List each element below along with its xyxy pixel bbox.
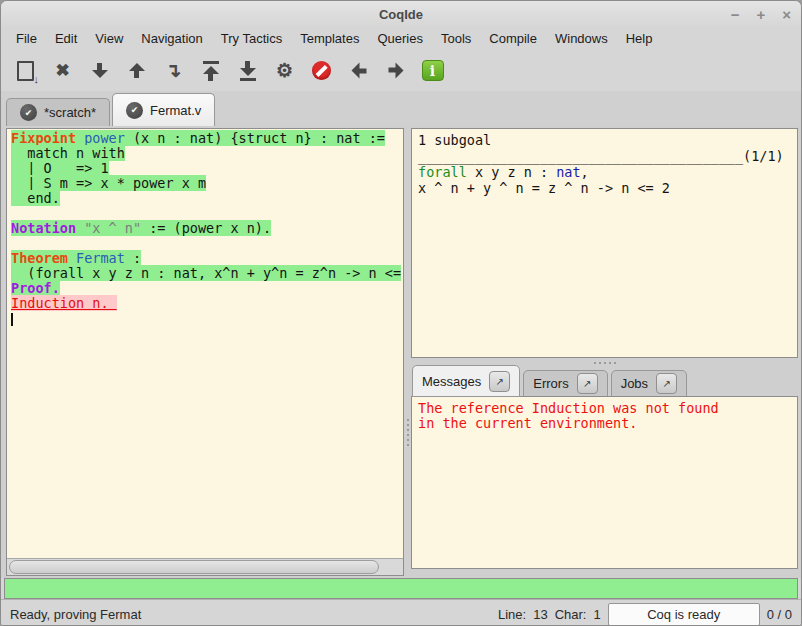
goto-cursor-button[interactable]: ↴ [155, 54, 192, 88]
subgoal-header: 1 subgoal [418, 132, 791, 148]
arrow-down-icon [92, 62, 108, 79]
arrow-right-icon [387, 63, 404, 79]
previous-occurrence-button[interactable] [340, 54, 377, 88]
char-label: Char: [555, 607, 587, 622]
tab-label: Errors [533, 376, 568, 391]
line-value: 13 [533, 607, 547, 622]
subgoal-separator: ________________________________________… [418, 148, 791, 164]
go-to-end-button[interactable] [229, 54, 266, 88]
restart-button[interactable] [192, 54, 229, 88]
tab-scratch[interactable]: ✔ *scratch* [6, 98, 110, 126]
about-button[interactable]: i [414, 54, 451, 88]
script-editor[interactable]: Fixpoint power (x n : nat) {struct n} : … [7, 129, 403, 558]
tab-jobs[interactable]: Jobs↗ [611, 370, 687, 397]
worker-ratio: 0 / 0 [767, 607, 792, 622]
editor-line: Proof. [11, 281, 403, 296]
editor-line [11, 236, 403, 251]
minimize-icon[interactable]: − [731, 7, 740, 22]
maximize-icon[interactable]: + [756, 7, 765, 22]
menu-item-edit[interactable]: Edit [46, 29, 86, 48]
menu-item-try-tactics[interactable]: Try Tactics [212, 29, 291, 48]
goto-cursor-icon: ↴ [166, 61, 182, 80]
status-text: Ready, proving Fermat [10, 607, 498, 622]
message-tabs: Messages↗Errors↗Jobs↗ [411, 367, 798, 397]
detach-button[interactable]: ↗ [656, 373, 677, 394]
editor-line [11, 311, 403, 326]
stop-icon [312, 61, 331, 80]
menu-item-templates[interactable]: Templates [291, 29, 368, 48]
cross-icon: ✖ [55, 62, 69, 79]
script-editor-frame: Fixpoint power (x n : nat) {struct n} : … [6, 128, 404, 576]
toolbar: ↓✖↴⚙i [1, 50, 801, 91]
status-bar: Ready, proving Fermat Line: 13 Char: 1 C… [1, 599, 801, 626]
tab-label: Fermat.v [150, 103, 201, 118]
info-icon: i [422, 60, 444, 81]
tab-fermat[interactable]: ✔ Fermat.v [112, 93, 215, 126]
editor-line: Notation "x ^ n" := (power x n). [11, 221, 403, 236]
goal-panel[interactable]: 1 subgoal_______________________________… [411, 128, 798, 358]
editor-line: (forall x y z n : nat, x^n + y^n = z^n -… [11, 266, 403, 281]
tab-errors[interactable]: Errors↗ [523, 370, 607, 397]
tab-label: *scratch* [44, 105, 96, 120]
backward-one-button[interactable] [118, 54, 155, 88]
editor-line: | O => 1 [11, 161, 403, 176]
tab-messages[interactable]: Messages↗ [412, 365, 520, 397]
char-value: 1 [593, 607, 600, 622]
tab-label: Jobs [621, 376, 648, 391]
messages-panel[interactable]: The reference Induction was not foundin … [411, 396, 798, 569]
editor-line: Fixpoint power (x n : nat) {struct n} : … [11, 131, 403, 146]
text-caret [11, 313, 13, 326]
hscrollbar-thumb[interactable] [9, 560, 379, 574]
editor-line: Theorem Fermat : [11, 251, 403, 266]
gear-icon: ⚙ [276, 61, 293, 80]
menu-item-compile[interactable]: Compile [480, 29, 546, 48]
workspace: Fixpoint power (x n : nat) {struct n} : … [1, 126, 801, 578]
menu-item-navigation[interactable]: Navigation [132, 29, 211, 48]
goal-line: x ^ n + y ^ n = z ^ n -> n <= 2 [418, 180, 791, 196]
message-notebook: Messages↗Errors↗Jobs↗ The reference Indu… [411, 367, 798, 569]
editor-line: end. [11, 191, 403, 206]
message-line: The reference Induction was not found [418, 401, 791, 416]
menu-item-queries[interactable]: Queries [368, 29, 432, 48]
editor-line: match n with [11, 146, 403, 161]
detach-button[interactable]: ↗ [577, 373, 598, 394]
close-doc-button[interactable]: ✖ [44, 54, 81, 88]
doc-down-icon: ↓ [17, 61, 34, 81]
menu-item-windows[interactable]: Windows [546, 29, 617, 48]
titlebar[interactable]: CoqIde − + × [1, 1, 801, 27]
editor-line: Induction n. [11, 296, 403, 311]
arrow-up-icon [129, 62, 145, 79]
next-occurrence-button[interactable] [377, 54, 414, 88]
fully-check-button[interactable]: ⚙ [266, 54, 303, 88]
vertical-splitter[interactable] [404, 126, 411, 578]
forward-one-button[interactable] [81, 54, 118, 88]
save-button[interactable]: ↓ [7, 54, 44, 88]
coq-status-text: Coq is ready [647, 607, 720, 622]
menu-item-help[interactable]: Help [617, 29, 662, 48]
detach-button[interactable]: ↗ [489, 371, 510, 392]
close-icon[interactable]: × [782, 7, 791, 22]
line-label: Line: [498, 607, 526, 622]
check-icon: ✔ [126, 102, 143, 119]
editor-hscrollbar[interactable] [7, 558, 403, 575]
check-icon: ✔ [20, 104, 37, 121]
interrupt-button[interactable] [303, 54, 340, 88]
menu-item-view[interactable]: View [86, 29, 132, 48]
menu-item-tools[interactable]: Tools [432, 29, 480, 48]
menu-item-file[interactable]: File [7, 29, 46, 48]
coqide-window: CoqIde − + × FileEditViewNavigationTry T… [0, 0, 802, 626]
coq-status-box: Coq is ready [608, 603, 760, 626]
editor-line [11, 206, 403, 221]
arrow-down-bar-icon [240, 60, 256, 82]
progress-bar [4, 578, 798, 599]
window-title: CoqIde [379, 7, 423, 22]
document-tabstrip: ✔ *scratch* ✔ Fermat.v [1, 91, 801, 126]
arrow-up-bar-icon [203, 60, 219, 82]
message-line: in the current environment. [418, 416, 791, 431]
editor-line: | S m => x * power x m [11, 176, 403, 191]
menu-bar: FileEditViewNavigationTry TacticsTemplat… [1, 27, 801, 50]
tab-label: Messages [422, 374, 481, 389]
goal-line: forall x y z n : nat, [418, 164, 791, 180]
arrow-left-icon [350, 63, 367, 79]
